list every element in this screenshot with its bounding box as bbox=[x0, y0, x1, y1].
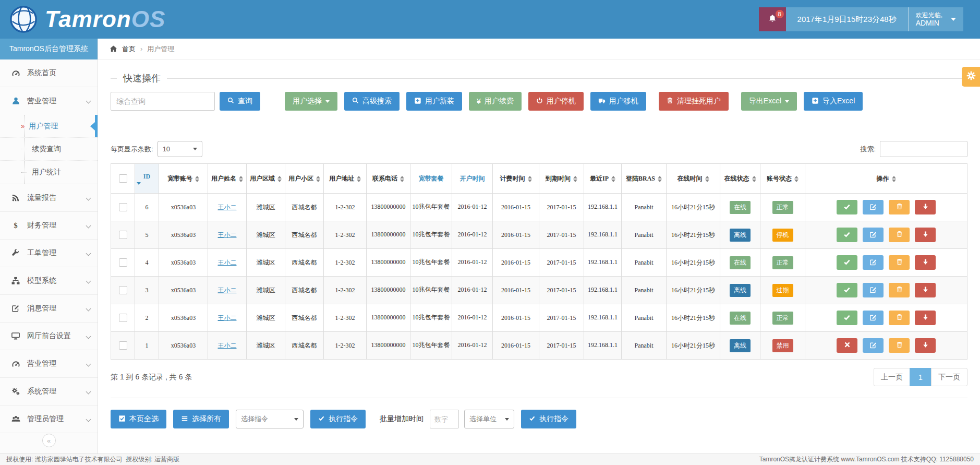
user-suspend-button[interactable]: 用户停机 bbox=[528, 92, 584, 111]
column-header-bras[interactable]: 登陆BRAS bbox=[622, 164, 667, 194]
kick-user-button[interactable] bbox=[915, 200, 936, 214]
user-renew-button[interactable]: ¥ 用户续费 bbox=[469, 92, 522, 111]
sidebar-item-renewal-query[interactable]: 续费查询 bbox=[0, 138, 98, 161]
clean-dead-users-button[interactable]: 清理挂死用户 bbox=[659, 92, 729, 111]
disable-user-button[interactable] bbox=[837, 255, 857, 270]
column-header-id[interactable]: ID bbox=[135, 164, 159, 194]
row-checkbox[interactable] bbox=[119, 203, 127, 211]
column-header-ip[interactable]: 最近IP bbox=[584, 164, 622, 194]
row-checkbox[interactable] bbox=[119, 286, 127, 294]
sidebar-item-business-2[interactable]: 营业管理 bbox=[0, 350, 98, 378]
delete-user-button[interactable] bbox=[889, 200, 910, 214]
delete-user-button[interactable] bbox=[889, 255, 910, 270]
kick-user-button[interactable] bbox=[915, 338, 936, 353]
select-all-button[interactable]: 选择所有 bbox=[173, 410, 229, 428]
kick-user-button[interactable] bbox=[915, 311, 936, 325]
column-header-region[interactable]: 用户区域 bbox=[247, 164, 285, 194]
delete-user-button[interactable] bbox=[889, 228, 910, 242]
edit-user-button[interactable] bbox=[863, 283, 884, 297]
disable-user-button[interactable] bbox=[837, 283, 857, 297]
row-checkbox[interactable] bbox=[119, 231, 127, 239]
table-search-input[interactable] bbox=[880, 141, 967, 157]
column-header-bill-date[interactable]: 计费时间 bbox=[493, 164, 539, 194]
home-icon[interactable] bbox=[110, 45, 117, 53]
select-page-button[interactable]: 本页全选 bbox=[111, 410, 166, 428]
breadcrumb-home-link[interactable]: 首页 bbox=[122, 44, 136, 54]
unit-select[interactable]: 选择单位 bbox=[464, 410, 514, 428]
user-name-link[interactable]: 王小二 bbox=[218, 342, 237, 349]
row-checkbox[interactable] bbox=[119, 314, 127, 322]
column-header-actions[interactable]: 操作 bbox=[805, 164, 967, 194]
edit-user-button[interactable] bbox=[863, 200, 884, 214]
user-name-link[interactable]: 王小二 bbox=[218, 314, 237, 321]
column-header-expire-date[interactable]: 到期时间 bbox=[539, 164, 584, 194]
command-select[interactable]: 选择指令 bbox=[236, 410, 304, 428]
column-header-online-status[interactable]: 在线状态 bbox=[720, 164, 760, 194]
column-header-open-date[interactable]: 开户时间 bbox=[452, 164, 493, 194]
sidebar-item-work-orders[interactable]: 工单管理 bbox=[0, 240, 98, 267]
cell-id: 4 bbox=[146, 259, 149, 266]
combined-search-input[interactable] bbox=[111, 92, 215, 111]
column-header-account[interactable]: 宽带账号 bbox=[159, 164, 208, 194]
export-excel-dropdown-button[interactable]: 导出Excel bbox=[741, 92, 797, 111]
user-name-link[interactable]: 王小二 bbox=[218, 287, 237, 294]
sidebar-collapse-button[interactable]: « bbox=[42, 434, 56, 447]
edit-user-button[interactable] bbox=[863, 311, 884, 325]
column-header-name[interactable]: 用户姓名 bbox=[208, 164, 247, 194]
sidebar-item-business[interactable]: 营业管理 bbox=[0, 87, 98, 115]
sidebar-item-messages[interactable]: 消息管理 bbox=[0, 295, 98, 323]
import-excel-button[interactable]: 导入Excel bbox=[804, 92, 863, 111]
sidebar-item-portal-settings[interactable]: 网厅前台设置 bbox=[0, 323, 98, 350]
sidebar-item-traffic-report[interactable]: 流量报告 bbox=[0, 184, 98, 212]
column-header-address[interactable]: 用户地址 bbox=[324, 164, 367, 194]
sidebar-item-user-stats[interactable]: 用户统计 bbox=[0, 161, 98, 184]
column-header-community[interactable]: 用户小区 bbox=[285, 164, 324, 194]
settings-gear-tab[interactable] bbox=[962, 67, 980, 87]
column-header-account-status[interactable]: 账号状态 bbox=[760, 164, 805, 194]
user-name-link[interactable]: 王小二 bbox=[218, 259, 237, 266]
edit-user-button[interactable] bbox=[863, 228, 884, 242]
sidebar-item-dashboard[interactable]: 系统首页 bbox=[0, 59, 98, 87]
kick-user-button[interactable] bbox=[915, 228, 936, 242]
kick-user-button[interactable] bbox=[915, 283, 936, 297]
execute-batch-button[interactable]: 执行指令 bbox=[521, 410, 576, 428]
delete-user-button[interactable] bbox=[889, 338, 910, 353]
notifications-button[interactable]: 8 bbox=[759, 7, 786, 31]
enable-user-button[interactable] bbox=[837, 338, 857, 353]
brand-logo[interactable]: TamronOS bbox=[0, 5, 165, 33]
delete-user-button[interactable] bbox=[889, 283, 910, 297]
user-relocate-button[interactable]: 用户移机 bbox=[590, 92, 646, 111]
user-name-link[interactable]: 王小二 bbox=[218, 231, 237, 239]
prev-page-button[interactable]: 上一页 bbox=[874, 368, 910, 386]
user-select-dropdown-button[interactable]: 用户选择 bbox=[285, 92, 337, 111]
disable-user-button[interactable] bbox=[837, 228, 857, 242]
sidebar-item-admin-management[interactable]: 管理员管理 bbox=[0, 406, 98, 433]
execute-command-button[interactable]: 执行指令 bbox=[310, 410, 366, 428]
sort-icon bbox=[573, 176, 577, 182]
user-name-link[interactable]: 王小二 bbox=[218, 204, 237, 211]
delete-user-button[interactable] bbox=[889, 311, 910, 325]
sidebar-item-user-management[interactable]: » 用户管理 bbox=[0, 115, 98, 138]
advanced-search-button[interactable]: 高级搜索 bbox=[344, 92, 400, 111]
per-page-select[interactable]: 10 bbox=[158, 141, 202, 157]
account-dropdown[interactable]: 欢迎光临, ADMIN bbox=[908, 7, 963, 31]
disable-user-button[interactable] bbox=[837, 311, 857, 325]
sidebar-item-model-system[interactable]: 模型系统 bbox=[0, 267, 98, 295]
column-header-online-time[interactable]: 在线时间 bbox=[667, 164, 720, 194]
column-header-phone[interactable]: 联系电话 bbox=[367, 164, 410, 194]
select-all-checkbox[interactable] bbox=[119, 174, 127, 183]
next-page-button[interactable]: 下一页 bbox=[931, 368, 967, 386]
row-checkbox[interactable] bbox=[119, 341, 127, 350]
sidebar-item-system-management[interactable]: 系统管理 bbox=[0, 378, 98, 406]
disable-user-button[interactable] bbox=[837, 200, 857, 214]
sidebar-item-finance[interactable]: $ 财务管理 bbox=[0, 212, 98, 240]
edit-user-button[interactable] bbox=[863, 255, 884, 270]
new-user-button[interactable]: 用户新装 bbox=[406, 92, 462, 111]
row-checkbox[interactable] bbox=[119, 258, 127, 267]
query-button[interactable]: 查询 bbox=[220, 92, 260, 111]
kick-user-button[interactable] bbox=[915, 255, 936, 270]
page-1-button[interactable]: 1 bbox=[910, 368, 931, 386]
column-header-plan[interactable]: 宽带套餐 bbox=[410, 164, 452, 194]
edit-user-button[interactable] bbox=[863, 338, 884, 353]
batch-number-input[interactable] bbox=[430, 410, 459, 428]
